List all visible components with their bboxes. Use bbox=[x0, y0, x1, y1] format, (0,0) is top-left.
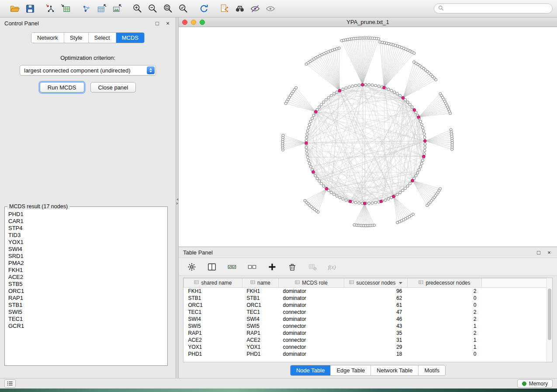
tab-style[interactable]: Style bbox=[64, 33, 89, 43]
criterion-dropdown[interactable]: largest connected component (undirected) bbox=[20, 65, 156, 76]
table-row[interactable]: SWI4SWI4dominator462 bbox=[184, 316, 553, 323]
mcds-result-item[interactable]: YOX1 bbox=[8, 239, 164, 246]
column-header-shared-name[interactable]: shared name bbox=[184, 279, 242, 288]
mcds-result-item[interactable]: PHD1 bbox=[8, 211, 164, 218]
cell-mcds-role: dominator bbox=[279, 316, 344, 323]
run-mcds-button[interactable]: Run MCDS bbox=[40, 82, 84, 93]
table-row[interactable]: PHD1PHD1dominator180 bbox=[184, 351, 553, 358]
search-box[interactable] bbox=[434, 3, 553, 14]
zoom-selected-icon[interactable] bbox=[177, 3, 189, 14]
cell-shared-name: SWI5 bbox=[184, 323, 242, 330]
scrollbar-thumb[interactable] bbox=[548, 289, 551, 340]
minimize-window-button[interactable] bbox=[191, 20, 196, 25]
float-control-panel-button[interactable]: □ bbox=[154, 20, 161, 27]
search-objects-icon[interactable] bbox=[234, 3, 246, 14]
table-row[interactable]: ORC1ORC1dominator610 bbox=[184, 302, 553, 309]
close-control-panel-button[interactable]: × bbox=[164, 20, 171, 27]
delete-row-icon[interactable] bbox=[285, 261, 299, 273]
share-document-icon[interactable] bbox=[218, 3, 230, 14]
export-image-icon[interactable] bbox=[111, 3, 123, 14]
mcds-result-item[interactable]: STB5 bbox=[8, 281, 164, 288]
task-history-button[interactable] bbox=[4, 379, 16, 388]
tab-node-table[interactable]: Node Table bbox=[291, 365, 331, 375]
memory-button[interactable]: Memory bbox=[517, 379, 553, 388]
mcds-result-item[interactable]: GCR1 bbox=[8, 323, 164, 330]
mcds-result-item[interactable]: STP4 bbox=[8, 225, 164, 232]
column-header-mcds-role[interactable]: MCDS role bbox=[279, 279, 344, 288]
network-canvas[interactable] bbox=[179, 27, 557, 247]
select-all-icon[interactable] bbox=[225, 261, 239, 273]
import-table-file-icon[interactable] bbox=[60, 3, 72, 14]
cell-mcds-role: dominator bbox=[279, 302, 344, 309]
table-row[interactable]: SWI5SWI5connector431 bbox=[184, 323, 553, 330]
close-table-panel-button[interactable]: × bbox=[546, 249, 553, 256]
column-header-predecessor-nodes[interactable]: predecessor nodes bbox=[408, 279, 482, 288]
tab-network-table[interactable]: Network Table bbox=[371, 365, 419, 375]
cell-predecessor-nodes: 1 bbox=[408, 323, 482, 330]
zoom-in-icon[interactable] bbox=[131, 3, 143, 14]
mcds-result-item[interactable]: TEC1 bbox=[8, 316, 164, 323]
cell-name: SWI4 bbox=[242, 316, 279, 323]
memory-label: Memory bbox=[529, 381, 548, 387]
cell-name: RAP1 bbox=[242, 330, 279, 337]
show-columns-icon[interactable] bbox=[205, 261, 219, 273]
cell-name: STB1 bbox=[242, 295, 279, 302]
cell-successor-nodes: 62 bbox=[344, 295, 408, 302]
mcds-result-item[interactable]: SWI5 bbox=[8, 309, 164, 316]
tab-edge-table[interactable]: Edge Table bbox=[331, 365, 371, 375]
table-row[interactable]: TEC1TEC1connector472 bbox=[184, 309, 553, 316]
table-row[interactable]: RAP1RAP1dominator352 bbox=[184, 330, 553, 337]
tab-select[interactable]: Select bbox=[89, 33, 116, 43]
function-builder-icon[interactable]: f(x) bbox=[325, 261, 344, 273]
refresh-view-icon[interactable] bbox=[198, 3, 210, 14]
export-table-icon[interactable] bbox=[96, 3, 107, 14]
control-panel: Control Panel □ × NetworkStyleSelectMCDS… bbox=[0, 17, 176, 378]
import-disabled-icon[interactable] bbox=[305, 261, 319, 273]
tab-mcds[interactable]: MCDS bbox=[116, 33, 144, 43]
close-window-button[interactable] bbox=[182, 20, 187, 25]
close-panel-button[interactable]: Close panel bbox=[90, 82, 136, 93]
open-folder-icon[interactable] bbox=[9, 3, 21, 14]
tab-motifs[interactable]: Motifs bbox=[419, 365, 445, 375]
table-scrollbar[interactable] bbox=[547, 278, 552, 362]
mcds-result-item[interactable]: PMA2 bbox=[8, 260, 164, 267]
tab-network[interactable]: Network bbox=[31, 33, 64, 43]
float-table-panel-button[interactable]: □ bbox=[535, 249, 542, 256]
import-network-file-icon[interactable] bbox=[45, 3, 56, 14]
control-panel-title: Control Panel bbox=[4, 20, 39, 27]
column-grid-icon bbox=[250, 280, 255, 286]
cell-predecessor-nodes: 1 bbox=[408, 344, 482, 351]
mcds-result-item[interactable]: ACE2 bbox=[8, 274, 164, 281]
cell-name: TEC1 bbox=[242, 309, 279, 316]
table-row[interactable]: YOX1YOX1connector291 bbox=[184, 344, 553, 351]
maximize-window-button[interactable] bbox=[200, 20, 205, 25]
zoom-out-icon[interactable] bbox=[147, 3, 159, 14]
mcds-result-item[interactable]: ORC1 bbox=[8, 288, 164, 295]
table-panel-header: Table Panel □ × bbox=[179, 247, 557, 258]
cell-shared-name: YOX1 bbox=[184, 344, 242, 351]
column-header-name[interactable]: name bbox=[242, 279, 279, 288]
mcds-result-item[interactable]: RAP1 bbox=[8, 295, 164, 302]
add-row-icon[interactable] bbox=[265, 261, 279, 273]
deselect-all-icon[interactable] bbox=[245, 261, 259, 273]
toolbar-group bbox=[76, 3, 127, 14]
annotation-eye-off-icon[interactable] bbox=[249, 3, 261, 14]
mcds-result-item[interactable]: FKH1 bbox=[8, 267, 164, 274]
table-row[interactable]: ACE2ACE2connector311 bbox=[184, 337, 553, 344]
annotation-eye-icon[interactable] bbox=[264, 3, 276, 14]
table-row[interactable]: FKH1FKH1dominator962 bbox=[184, 288, 553, 295]
mcds-result-item[interactable]: SRD1 bbox=[8, 253, 164, 260]
new-network-icon[interactable] bbox=[80, 3, 92, 14]
zoom-fit-icon[interactable] bbox=[162, 3, 174, 14]
table-row[interactable]: STB1STB1dominator620 bbox=[184, 295, 553, 302]
column-header-successor-nodes[interactable]: successor nodes bbox=[344, 279, 408, 288]
settings-icon[interactable] bbox=[185, 261, 199, 273]
mcds-result-item[interactable]: TID3 bbox=[8, 232, 164, 239]
mcds-result-item[interactable]: STB1 bbox=[8, 302, 164, 309]
network-window-titlebar: YPA_prune.txt_1 bbox=[179, 17, 557, 27]
save-icon[interactable] bbox=[24, 3, 36, 14]
mcds-result-item[interactable]: CAR1 bbox=[8, 218, 164, 225]
mcds-result-list[interactable]: PHD1CAR1STP4TID3YOX1SWI4SRD1PMA2FKH1ACE2… bbox=[5, 210, 167, 360]
search-input[interactable] bbox=[446, 6, 548, 12]
mcds-result-item[interactable]: SWI4 bbox=[8, 246, 164, 253]
